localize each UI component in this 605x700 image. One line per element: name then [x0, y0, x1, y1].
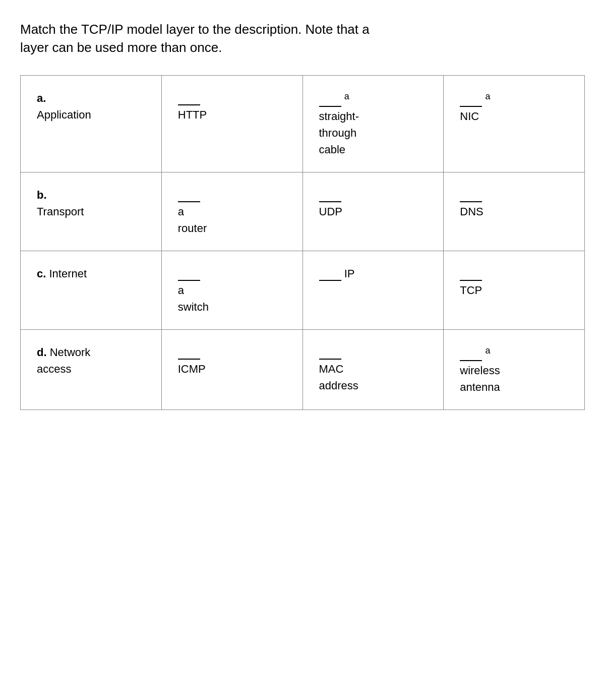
layer-name-a: Application: [37, 108, 91, 121]
answer-text-d2: MACaddress: [319, 363, 358, 392]
blank-b2: [319, 201, 341, 202]
table-row: d. Networkaccess ICMP MACaddress a wirel…: [21, 330, 585, 410]
layer-letter-a: a.: [37, 92, 46, 104]
blank-d2: [319, 359, 341, 360]
answer-cell-d1: ICMP: [161, 330, 302, 410]
answer-text-c1: aswitch: [178, 284, 209, 313]
blank-a3: [460, 106, 482, 107]
suffix-ip: IP: [344, 267, 355, 280]
answer-cell-c1: aswitch: [161, 251, 302, 330]
match-table: a. Application HTTP a straight-throughca…: [20, 75, 585, 411]
layer-letter-c: c.: [37, 267, 46, 280]
layer-cell-d: d. Networkaccess: [21, 330, 162, 410]
blank-c3: [460, 280, 482, 281]
answer-text-d1: ICMP: [178, 363, 206, 375]
answer-text-b1: arouter: [178, 205, 207, 235]
layer-cell-a: a. Application: [21, 75, 162, 172]
blank-a2: [319, 106, 341, 107]
layer-cell-c: c. Internet: [21, 251, 162, 330]
table-row: c. Internet aswitch IP TCP: [21, 251, 585, 330]
answer-text-a2: straight-throughcable: [319, 110, 359, 156]
answer-text-c3: TCP: [460, 284, 482, 297]
answer-cell-c2: IP: [302, 251, 444, 330]
blank-b1: [178, 201, 200, 202]
prefix-a3: a: [485, 91, 490, 101]
question-text: Match the TCP/IP model layer to the desc…: [20, 20, 373, 57]
answer-cell-c3: TCP: [444, 251, 585, 330]
answer-cell-a3: a NIC: [444, 75, 585, 172]
answer-text-d3: wirelessantenna: [460, 364, 500, 393]
blank-a1: [178, 104, 200, 105]
prefix-d3: a: [485, 345, 490, 356]
blank-b3: [460, 201, 482, 202]
answer-cell-d3: a wirelessantenna: [444, 330, 585, 410]
answer-cell-b3: DNS: [444, 172, 585, 251]
answer-text-a1: HTTP: [178, 108, 207, 121]
blank-c1: [178, 280, 200, 281]
answer-cell-b1: arouter: [161, 172, 302, 251]
answer-text-a3: NIC: [460, 110, 479, 123]
blank-d1: [178, 359, 200, 360]
answer-text-b2: UDP: [319, 205, 342, 218]
table-row: b. Transport arouter UDP DNS: [21, 172, 585, 251]
layer-name-b: Transport: [37, 205, 84, 218]
answer-cell-a2: a straight-throughcable: [302, 75, 444, 172]
blank-d3: [460, 360, 482, 361]
layer-cell-b: b. Transport: [21, 172, 162, 251]
prefix-a2: a: [344, 91, 349, 101]
answer-text-b3: DNS: [460, 205, 483, 218]
blank-c2: [319, 280, 341, 281]
answer-cell-a1: HTTP: [161, 75, 302, 172]
table-row: a. Application HTTP a straight-throughca…: [21, 75, 585, 172]
answer-cell-d2: MACaddress: [302, 330, 444, 410]
layer-name-c: Internet: [49, 267, 87, 280]
answer-cell-b2: UDP: [302, 172, 444, 251]
layer-letter-b: b.: [37, 189, 47, 201]
layer-letter-d: d.: [37, 346, 47, 359]
